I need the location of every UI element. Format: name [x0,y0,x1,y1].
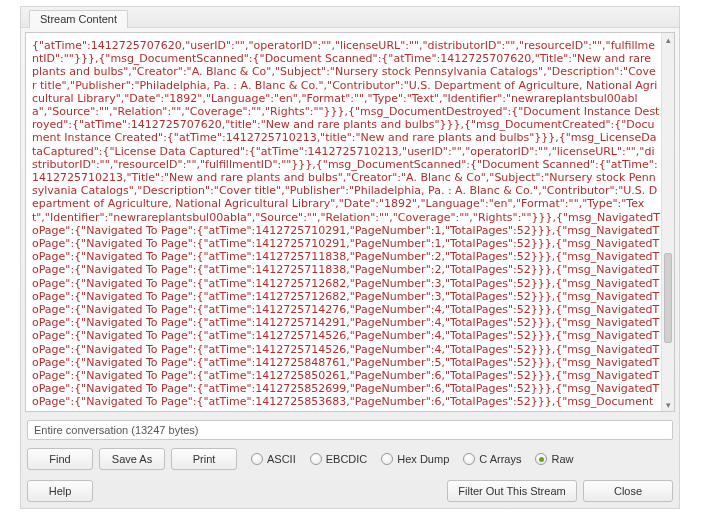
close-button[interactable]: Close [583,480,673,502]
encoding-radio-group: ASCII EBCDIC Hex Dump C Arrays Raw [243,453,673,465]
radio-label: EBCDIC [326,453,368,465]
scrollbar[interactable]: ▴ ▾ [661,33,674,411]
conversation-size-field[interactable] [27,420,673,440]
radio-dot-icon [310,453,322,465]
help-button[interactable]: Help [27,480,93,502]
tab-stream-content[interactable]: Stream Content [29,10,128,28]
scroll-thumb[interactable] [664,253,672,343]
toolbar: Find Save As Print ASCII EBCDIC Hex Dump [21,444,679,476]
figure-caption: Data being sent to Adobe's servers. Incl… [0,509,701,518]
radio-dot-icon [251,453,263,465]
tab-bar: Stream Content [21,7,679,28]
radio-dot-icon [535,453,547,465]
radio-label: Raw [551,453,573,465]
radio-label: Hex Dump [397,453,449,465]
radio-ascii[interactable]: ASCII [251,453,296,465]
radio-label: C Arrays [479,453,521,465]
save-as-button[interactable]: Save As [99,448,165,470]
footer-bar: Help Filter Out This Stream Close [21,476,679,508]
radio-dot-icon [463,453,475,465]
filter-out-stream-button[interactable]: Filter Out This Stream [447,480,577,502]
dialog-window: Stream Content {"atTime":1412725707620,"… [20,6,680,509]
radio-c-arrays[interactable]: C Arrays [463,453,521,465]
radio-raw[interactable]: Raw [535,453,573,465]
status-row [21,416,679,444]
radio-ebcdic[interactable]: EBCDIC [310,453,368,465]
print-button[interactable]: Print [171,448,237,470]
stream-content-text[interactable]: {"atTime":1412725707620,"userID":"","ope… [26,33,674,411]
find-button[interactable]: Find [27,448,93,470]
radio-dot-icon [381,453,393,465]
scroll-up-button[interactable]: ▴ [662,33,674,46]
content-panel: {"atTime":1412725707620,"userID":"","ope… [25,32,675,412]
radio-hex-dump[interactable]: Hex Dump [381,453,449,465]
scroll-down-button[interactable]: ▾ [662,398,674,411]
radio-label: ASCII [267,453,296,465]
